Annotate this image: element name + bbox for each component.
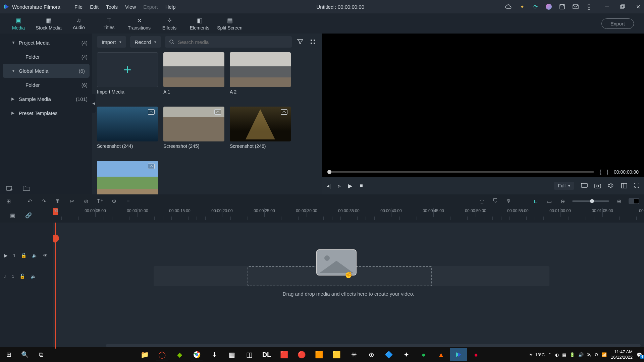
- app-generic-7[interactable]: 🟧: [311, 348, 327, 361]
- zoom-slider[interactable]: [572, 200, 609, 202]
- menu-help[interactable]: Help: [165, 4, 176, 10]
- prev-frame-button[interactable]: ◂|: [327, 183, 331, 189]
- mixer-icon[interactable]: ≣: [519, 198, 526, 204]
- tray-icon[interactable]: 🔋: [570, 352, 575, 357]
- media-card[interactable]: [97, 161, 158, 194]
- app-generic-9[interactable]: ✳: [345, 348, 362, 361]
- seek-knob[interactable]: [327, 170, 331, 174]
- timeline-view-switch[interactable]: [629, 198, 639, 204]
- app-generic-6[interactable]: 🔴: [293, 348, 310, 361]
- menu-edit[interactable]: Edit: [90, 4, 99, 10]
- preview-viewport[interactable]: [322, 34, 644, 167]
- stop-button[interactable]: ■: [360, 183, 363, 189]
- import-media-card[interactable]: +Import Media: [97, 52, 158, 103]
- sidebar-item-preset-templates[interactable]: ▶Preset Templates: [0, 106, 92, 120]
- fullscreen-icon[interactable]: ⛶: [634, 183, 639, 189]
- app-generic-3[interactable]: ◫: [241, 348, 258, 361]
- notifications-button[interactable]: 💬4: [637, 352, 642, 357]
- app-nvidia[interactable]: ◆: [171, 348, 188, 361]
- mark-in-icon[interactable]: {: [599, 169, 601, 175]
- app-spotify[interactable]: ●: [415, 348, 432, 361]
- redo-icon[interactable]: ↷: [40, 198, 47, 204]
- tab-media[interactable]: ▣Media: [3, 13, 34, 34]
- avatar-icon[interactable]: [545, 3, 552, 10]
- playhead-line[interactable]: [55, 223, 56, 349]
- import-dropdown[interactable]: Import▾: [97, 36, 126, 48]
- tab-elements[interactable]: ◧Elements: [184, 13, 215, 34]
- settings-slider-icon[interactable]: ⚙: [110, 198, 118, 204]
- playback-quality-dropdown[interactable]: Full▾: [554, 182, 574, 190]
- search-media[interactable]: [165, 36, 292, 48]
- zoom-out-icon[interactable]: ⊖: [559, 198, 566, 204]
- layout-icon[interactable]: [621, 183, 627, 188]
- save-icon[interactable]: [559, 3, 566, 10]
- grid-view-icon[interactable]: [309, 38, 317, 46]
- text-tool-icon[interactable]: T⁺: [96, 198, 104, 204]
- tab-effects[interactable]: ✧Effects: [154, 13, 184, 34]
- app-generic-10[interactable]: ⊕: [363, 348, 380, 361]
- app-generic-5[interactable]: 🟥: [276, 348, 292, 361]
- layout-grid-icon[interactable]: ⊞: [5, 198, 12, 204]
- menu-view[interactable]: View: [125, 4, 136, 10]
- horizontal-scrollbar[interactable]: [106, 344, 641, 347]
- media-thumb[interactable]: [163, 107, 224, 141]
- tray-icon[interactable]: ◐: [555, 352, 559, 357]
- media-thumb[interactable]: [230, 107, 291, 141]
- close-button[interactable]: ✕: [635, 3, 641, 10]
- sidebar-item-folder[interactable]: Folder(4): [0, 50, 92, 64]
- volume-icon[interactable]: [608, 183, 614, 188]
- tab-split-screen[interactable]: ▤Split Screen: [215, 13, 245, 34]
- app-generic-2[interactable]: ▦: [223, 348, 240, 361]
- export-button[interactable]: Export: [601, 18, 634, 29]
- media-card[interactable]: Screenshot (244): [97, 107, 158, 157]
- zoom-knob[interactable]: [590, 199, 594, 203]
- taskbar-clock[interactable]: 11:47 AM 16/12/2022: [611, 349, 633, 360]
- filter-icon[interactable]: [296, 38, 305, 46]
- mute-icon[interactable]: 🔈: [31, 274, 36, 279]
- audio-track-header[interactable]: ♪ 1 🔓 🔈: [0, 274, 53, 279]
- voiceover-icon[interactable]: 🎙: [505, 198, 513, 204]
- app-generic-1[interactable]: ⬇: [206, 348, 223, 361]
- app-vlc[interactable]: ▲: [433, 348, 449, 361]
- app-generic-11[interactable]: 🔷: [380, 348, 397, 361]
- app-generic-4[interactable]: DL: [258, 348, 275, 361]
- playhead-grip[interactable]: [53, 233, 61, 243]
- taskview-icon[interactable]: ⧉: [34, 348, 48, 361]
- preview-seek-track[interactable]: [327, 171, 594, 173]
- new-folder-icon[interactable]: [23, 185, 30, 191]
- display-toggle-icon[interactable]: [581, 183, 588, 188]
- record-dropdown[interactable]: Record▾: [130, 36, 161, 48]
- media-card[interactable]: A 1: [163, 52, 224, 103]
- new-bin-icon[interactable]: [6, 185, 13, 191]
- media-thumb[interactable]: [230, 52, 291, 87]
- media-card[interactable]: A 2: [230, 52, 291, 103]
- eye-icon[interactable]: 👁: [43, 253, 48, 258]
- timeline-ruler[interactable]: 00:0000:00:05:0000:00:10:0000:00:15:0000…: [53, 208, 644, 223]
- track-add-icon[interactable]: ▣: [10, 212, 15, 219]
- audio-wave-icon[interactable]: ≡: [124, 198, 132, 204]
- media-card[interactable]: Screenshot (246): [230, 107, 291, 157]
- mark-out-icon[interactable]: }: [607, 169, 608, 175]
- marker-icon[interactable]: ▭: [545, 198, 553, 204]
- tray-language-icon[interactable]: Ω: [595, 352, 598, 357]
- collapse-sidebar-button[interactable]: ◀: [92, 94, 96, 113]
- tab-transitions[interactable]: ⤮Transitions: [124, 13, 154, 34]
- tray-wifi-icon[interactable]: 📶: [601, 352, 607, 357]
- play-button[interactable]: ▶: [348, 183, 352, 189]
- sidebar-item-project-media[interactable]: ▼Project Media(4): [0, 36, 92, 50]
- tray-chevron-icon[interactable]: ˄: [549, 352, 551, 357]
- zoom-in-icon[interactable]: ⊕: [615, 198, 623, 204]
- cloud-icon[interactable]: [505, 3, 512, 10]
- maximize-button[interactable]: [619, 3, 626, 10]
- video-track-header[interactable]: ▶ 1 🔓 🔈 👁: [0, 253, 53, 258]
- tray-network-icon[interactable]: 🛰: [587, 352, 591, 357]
- start-button[interactable]: ⊞: [2, 348, 15, 361]
- sidebar-item-folder[interactable]: Folder(6): [0, 78, 92, 92]
- link-icon[interactable]: 🔗: [25, 212, 32, 219]
- cut-icon[interactable]: ✂: [68, 198, 75, 204]
- minimize-button[interactable]: ─: [604, 3, 610, 10]
- app-chrome[interactable]: [189, 348, 205, 361]
- snapshot-icon[interactable]: [594, 183, 601, 188]
- render-icon[interactable]: ◌: [478, 198, 486, 204]
- media-thumb[interactable]: [163, 52, 224, 87]
